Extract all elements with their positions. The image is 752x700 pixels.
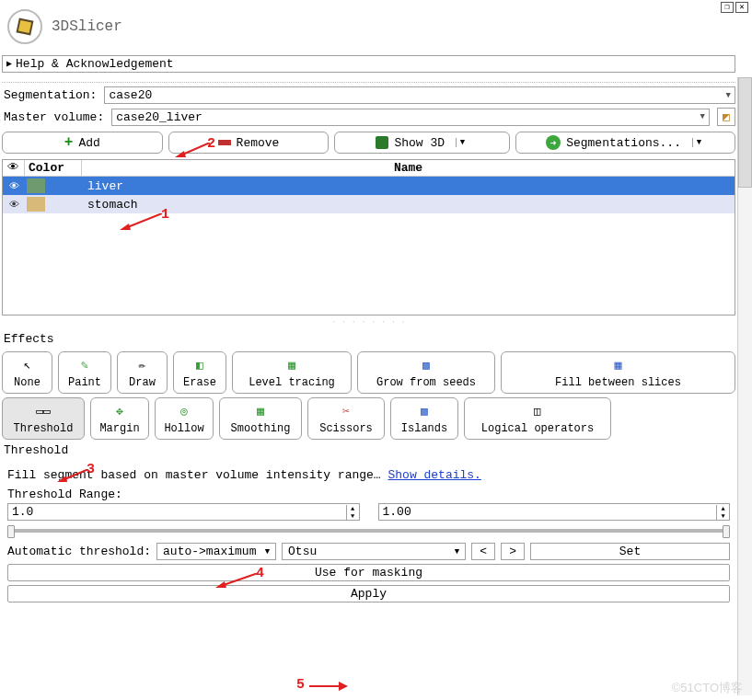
effect-scissors-button[interactable]: ✂ Scissors <box>307 397 385 440</box>
effect-level-tracing-button[interactable]: ▦ Level tracing <box>232 351 352 394</box>
help-title: Help & Acknowledgement <box>16 57 174 71</box>
effect-smoothing-button[interactable]: ▦ Smoothing <box>219 397 302 440</box>
color-swatch[interactable] <box>27 197 45 212</box>
threshold-low-field[interactable] <box>8 504 346 520</box>
show-details-link[interactable]: Show details. <box>388 468 480 482</box>
app-logo-icon <box>6 7 44 46</box>
effect-paint-button[interactable]: ✎ Paint <box>58 351 111 394</box>
threshold-high-input[interactable]: ▲▼ <box>378 503 731 521</box>
table-header: 👁 Color Name <box>3 160 735 177</box>
margin-icon: ✥ <box>110 402 129 420</box>
fill-slices-icon: ▦ <box>609 356 628 374</box>
erase-icon: ◧ <box>191 356 209 374</box>
volume-settings-button[interactable]: ◩ <box>717 108 735 126</box>
threshold-panel: Fill segment based on master volume inte… <box>2 463 735 602</box>
auto-mode-combo[interactable]: auto->maximum▼ <box>156 543 276 560</box>
pencil-icon: ✏ <box>133 356 152 374</box>
effect-draw-button[interactable]: ✏ Draw <box>117 351 168 394</box>
use-for-masking-button[interactable]: Use for masking <box>7 564 730 581</box>
show-3d-label: Show 3D <box>394 136 445 150</box>
remove-button[interactable]: Remove <box>168 132 330 154</box>
threshold-high-field[interactable] <box>379 504 717 520</box>
slider-thumb-low[interactable] <box>7 525 15 538</box>
threshold-range-slider[interactable] <box>7 524 730 537</box>
effect-fill-between-slices-button[interactable]: ▦ Fill between slices <box>501 351 735 394</box>
add-button[interactable]: + Add <box>2 132 163 154</box>
remove-label: Remove <box>237 136 280 150</box>
effects-row-1: ↖ None ✎ Paint ✏ Draw ◧ Erase ▦ Level tr… <box>2 351 735 394</box>
scrollbar-thumb[interactable] <box>738 77 752 188</box>
effect-none-button[interactable]: ↖ None <box>2 351 52 394</box>
window-controls: ❐ ✕ <box>721 2 748 13</box>
hollow-icon: ◎ <box>175 402 193 420</box>
threshold-title: Threshold <box>2 440 735 459</box>
effect-margin-button[interactable]: ✥ Margin <box>90 397 149 440</box>
segment-name: stomach <box>84 198 735 212</box>
apply-button[interactable]: Apply <box>7 585 730 602</box>
prev-method-button[interactable]: < <box>471 543 495 560</box>
app-title: 3DSlicer <box>52 18 122 35</box>
segmentations-label: Segmentations... <box>566 136 681 150</box>
segmentations-button[interactable]: ➜ Segmentations... ▼ <box>515 132 735 154</box>
segmentation-combo[interactable]: case20 ▼ <box>104 86 735 104</box>
smoothing-icon: ▦ <box>251 402 270 420</box>
logical-ops-icon: ◫ <box>528 402 547 420</box>
paint-icon: ✎ <box>75 356 94 374</box>
svg-marker-12 <box>339 682 348 691</box>
chevron-right-icon: ▶ <box>6 60 12 69</box>
table-row[interactable]: 👁 stomach <box>3 195 735 213</box>
annotation-arrow-5 <box>309 681 348 692</box>
visibility-toggle[interactable]: 👁 <box>3 180 25 192</box>
vertical-scrollbar[interactable] <box>737 77 752 695</box>
segment-toolbar: + Add Remove Show 3D ▼ ➜ Segmentations..… <box>2 132 735 154</box>
gear-icon: ◩ <box>723 109 730 124</box>
color-swatch[interactable] <box>27 178 45 193</box>
annotation-5: 5 <box>296 677 305 693</box>
spinner-buttons[interactable]: ▲▼ <box>346 505 359 520</box>
visibility-toggle[interactable]: 👁 <box>3 199 25 211</box>
segmentation-value: case20 <box>109 88 152 102</box>
effect-logical-operators-button[interactable]: ◫ Logical operators <box>464 397 611 440</box>
col-color: Color <box>25 160 82 176</box>
chevron-down-icon: ▼ <box>700 112 705 121</box>
col-visibility: 👁 <box>3 160 25 176</box>
effect-threshold-button[interactable]: ▭▭ Threshold <box>2 397 85 440</box>
segmentation-label: Segmentation: <box>2 88 100 102</box>
threshold-range-row: ▲▼ ▲▼ <box>7 503 730 521</box>
chevron-down-icon[interactable]: ▼ <box>692 138 705 147</box>
effect-hollow-button[interactable]: ◎ Hollow <box>155 397 214 440</box>
slider-thumb-high[interactable] <box>723 525 730 538</box>
auto-method-combo[interactable]: Otsu▼ <box>282 543 466 560</box>
effect-grow-from-seeds-button[interactable]: ▩ Grow from seeds <box>357 351 495 394</box>
spinner-buttons[interactable]: ▲▼ <box>716 505 729 520</box>
effect-islands-button[interactable]: ▩ Islands <box>390 397 458 440</box>
segment-name: liver <box>84 179 735 193</box>
table-row[interactable]: 👁 liver <box>3 177 735 195</box>
help-acknowledgement-panel[interactable]: ▶ Help & Acknowledgement <box>2 55 735 73</box>
auto-threshold-label: Automatic threshold: <box>7 545 151 558</box>
threshold-low-input[interactable]: ▲▼ <box>7 503 360 521</box>
cube-icon <box>376 136 388 149</box>
segments-table: 👁 Color Name 👁 liver 👁 stomach <box>2 159 735 316</box>
show-3d-button[interactable]: Show 3D ▼ <box>334 132 510 154</box>
chevron-down-icon[interactable]: ▼ <box>456 138 469 147</box>
threshold-range-label: Threshold Range: <box>7 488 730 501</box>
set-button[interactable]: Set <box>530 543 730 560</box>
islands-icon: ▩ <box>415 402 434 420</box>
chevron-down-icon: ▼ <box>265 547 270 557</box>
automatic-threshold-row: Automatic threshold: auto->maximum▼ Otsu… <box>7 543 730 560</box>
next-method-button[interactable]: > <box>501 543 525 560</box>
segmentation-row: Segmentation: case20 ▼ <box>2 86 735 104</box>
threshold-description: Fill segment based on master volume inte… <box>7 466 730 484</box>
add-label: Add <box>78 136 99 150</box>
effect-erase-button[interactable]: ◧ Erase <box>173 351 226 394</box>
master-volume-value: case20_liver <box>116 110 202 124</box>
restore-icon[interactable]: ❐ <box>721 2 734 13</box>
minus-icon <box>218 140 231 145</box>
master-volume-combo[interactable]: case20_liver ▼ <box>111 109 710 126</box>
close-icon[interactable]: ✕ <box>735 2 748 13</box>
effects-row-2: ▭▭ Threshold ✥ Margin ◎ Hollow ▦ Smoothi… <box>2 397 735 440</box>
arrow-right-circle-icon: ➜ <box>546 135 561 150</box>
effects-title: Effects <box>2 328 735 348</box>
resize-grip-icon[interactable]: · · · · · · · · <box>2 317 735 327</box>
